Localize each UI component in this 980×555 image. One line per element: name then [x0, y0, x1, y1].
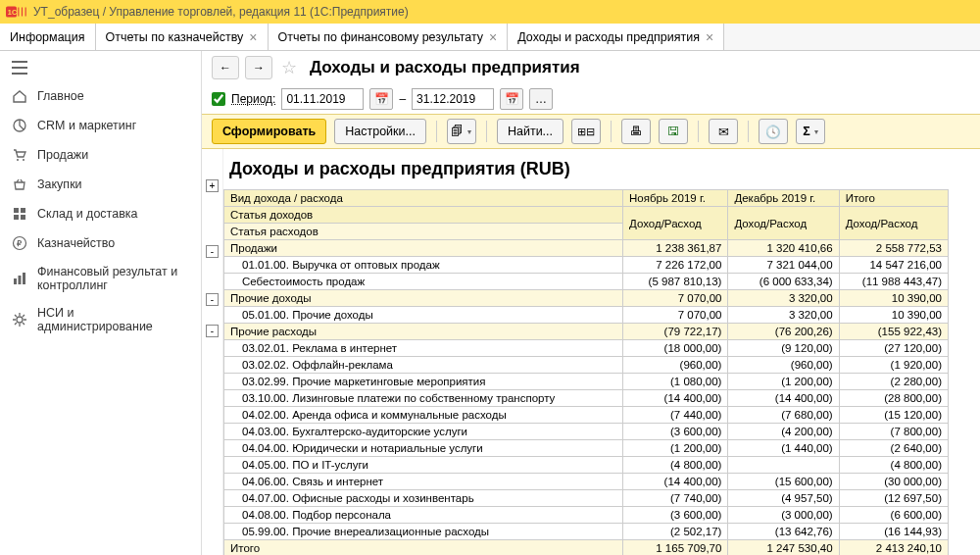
find-button[interactable]: Найти... — [497, 119, 564, 144]
variants-button[interactable]: 🗐▾ — [447, 119, 476, 144]
table-row[interactable]: Себестоимость продаж(5 987 810,13)(6 000… — [224, 274, 949, 290]
date-separator: – — [399, 92, 406, 106]
tab-label: Доходы и расходы предприятия — [517, 30, 700, 44]
table-row[interactable]: Прочие доходы7 070,003 320,0010 390,00 — [224, 290, 949, 307]
sidebar-item-boxes[interactable]: Склад и доставка — [0, 199, 201, 228]
table-row[interactable]: 03.02.02. Оффлайн-реклама(960,00)(960,00… — [224, 357, 949, 374]
time-button[interactable]: 🕓 — [759, 119, 788, 144]
table-row[interactable]: 05.99.00. Прочие внереализационные расхо… — [224, 524, 949, 540]
cart-icon — [12, 147, 27, 163]
col-metric: Доход/Расход — [623, 207, 728, 240]
table-row[interactable]: 04.03.00. Бухгалтерско-аудиторские услуг… — [224, 424, 949, 440]
table-row[interactable]: 04.06.00. Связь и интернет(14 400,00)(15… — [224, 474, 949, 490]
svg-text:1C: 1C — [8, 8, 18, 17]
row-nov: (1 200,00) — [623, 440, 728, 457]
table-row[interactable]: 04.05.00. ПО и IT-услуги(4 800,00)(4 800… — [224, 457, 949, 474]
tab-income-expenses[interactable]: Доходы и расходы предприятия× — [508, 24, 724, 50]
star-icon: ☆ — [281, 57, 297, 78]
separator — [748, 121, 749, 142]
table-row[interactable]: 04.07.00. Офисные расходы и хозинвентарь… — [224, 490, 949, 507]
row-total: 2 558 772,53 — [839, 240, 948, 257]
sidebar-item-pie[interactable]: CRM и маркетинг — [0, 111, 201, 140]
table-row[interactable]: 03.10.00. Лизинговые платежи по собствен… — [224, 390, 949, 407]
table-row[interactable]: 04.02.00. Аренда офиса и коммунальные ра… — [224, 407, 949, 424]
row-dec: (1 200,00) — [728, 374, 839, 390]
tab-finresult-reports[interactable]: Отчеты по финансовому результату× — [269, 24, 509, 50]
table-row[interactable]: 04.08.00. Подбор персонала(3 600,00)(3 0… — [224, 507, 949, 524]
nav-back-button[interactable]: ← — [212, 56, 239, 79]
nav-forward-button[interactable]: → — [245, 56, 272, 79]
expand-collapse-button[interactable]: ⊞⊟ — [571, 119, 601, 144]
page-title: Доходы и расходы предприятия — [310, 58, 580, 77]
sidebar-item-gear[interactable]: НСИ и администрирование — [0, 299, 201, 340]
sidebar-item-basket[interactable]: Закупки — [0, 170, 201, 199]
home-icon — [12, 88, 27, 104]
col-total: Итого — [839, 190, 948, 207]
period-more-button[interactable]: … — [529, 88, 553, 110]
sidebar-collapse-toggle[interactable] — [0, 57, 201, 81]
gear-icon — [12, 312, 27, 328]
row-name: 03.02.99. Прочие маркетинговые мероприят… — [224, 374, 623, 390]
row-total: (6 600,00) — [839, 507, 948, 524]
outline-toggle[interactable]: - — [206, 245, 219, 258]
row-total: (2 280,00) — [839, 374, 948, 390]
date-from-picker[interactable]: 📅 — [369, 88, 393, 110]
sidebar-item-bars[interactable]: Финансовый результат и контроллинг — [0, 258, 201, 299]
outline-toggle[interactable]: + — [206, 179, 219, 192]
row-nov: (960,00) — [623, 357, 728, 374]
table-row[interactable]: Продажи1 238 361,871 320 410,662 558 772… — [224, 240, 949, 257]
row-name: 04.04.00. Юридически и нотариальные услу… — [224, 440, 623, 457]
total-sum: 2 413 240,10 — [839, 540, 948, 556]
table-row[interactable]: 03.02.01. Реклама в интернет(18 000,00)(… — [224, 340, 949, 357]
row-name: Продажи — [224, 240, 623, 257]
tab-treasury-reports[interactable]: Отчеты по казначейству× — [96, 24, 269, 50]
tab-label: Отчеты по казначейству — [106, 30, 244, 44]
date-to-picker[interactable]: 📅 — [500, 88, 523, 110]
row-total: (1 920,00) — [839, 357, 948, 374]
row-name: 03.02.01. Реклама в интернет — [224, 340, 623, 357]
period-checkbox[interactable] — [212, 92, 225, 106]
generate-button[interactable]: Сформировать — [212, 119, 326, 144]
date-from-input[interactable] — [281, 88, 364, 110]
favorite-toggle[interactable]: ☆ — [278, 57, 300, 78]
report-area: + - - - Доходы и расходы предприятия (RU… — [202, 149, 980, 555]
col-nov: Ноябрь 2019 г. — [623, 190, 728, 207]
ruble-icon: ₽ — [12, 235, 27, 251]
sidebar-item-ruble[interactable]: ₽Казначейство — [0, 228, 201, 258]
outline-toggle[interactable]: - — [206, 293, 219, 306]
table-row[interactable]: 03.02.99. Прочие маркетинговые мероприят… — [224, 374, 949, 390]
outline-toggle[interactable]: - — [206, 325, 219, 337]
total-row: Итого 1 165 709,70 1 247 530,40 2 413 24… — [224, 540, 949, 556]
table-row[interactable]: 04.04.00. Юридически и нотариальные услу… — [224, 440, 949, 457]
total-dec: 1 247 530,40 — [728, 540, 839, 556]
report-toolbar: Сформировать Настройки... 🗐▾ Найти... ⊞⊟… — [202, 114, 980, 149]
sidebar-item-home[interactable]: Главное — [0, 81, 201, 111]
sidebar-item-cart[interactable]: Продажи — [0, 140, 201, 170]
print-button[interactable]: 🖶 — [621, 119, 651, 144]
close-icon[interactable]: × — [706, 29, 713, 45]
svg-point-14 — [17, 317, 23, 323]
col-metric: Доход/Расход — [728, 207, 839, 240]
row-total: (2 640,00) — [839, 440, 948, 457]
row-total: (11 988 443,47) — [839, 274, 948, 290]
main-content: ← → ☆ Доходы и расходы предприятия Перио… — [202, 51, 980, 555]
row-total: (12 697,50) — [839, 490, 948, 507]
table-row[interactable]: Прочие расходы(79 722,17)(76 200,26)(155… — [224, 324, 949, 340]
settings-button[interactable]: Настройки... — [334, 119, 426, 144]
table-row[interactable]: 01.01.00. Выручка от оптовых продаж7 226… — [224, 257, 949, 274]
row-name: 04.06.00. Связь и интернет — [224, 474, 623, 490]
tab-info[interactable]: Информация — [0, 24, 96, 50]
row-dec: 1 320 410,66 — [728, 240, 839, 257]
save-button[interactable]: 🖫 — [659, 119, 688, 144]
table-row[interactable]: 05.01.00. Прочие доходы7 070,003 320,001… — [224, 307, 949, 324]
mail-button[interactable]: ✉ — [709, 119, 738, 144]
date-to-input[interactable] — [412, 88, 494, 110]
svg-rect-8 — [21, 215, 25, 220]
close-icon[interactable]: × — [489, 29, 497, 45]
close-icon[interactable]: × — [249, 29, 257, 45]
app-logo: 1C — [6, 3, 27, 21]
row-name: 04.08.00. Подбор персонала — [224, 507, 623, 524]
sigma-button[interactable]: Σ▾ — [796, 119, 825, 144]
period-controls: Период: 📅 – 📅 … — [202, 84, 980, 114]
bars-icon — [12, 271, 27, 286]
